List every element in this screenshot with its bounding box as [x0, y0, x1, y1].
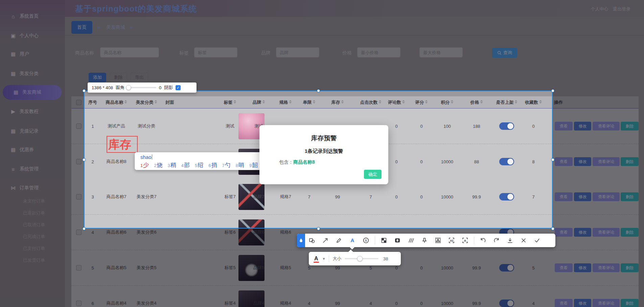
text-style-toolbar: A ▼ 大小 38: [309, 252, 401, 265]
dialog-confirm-button[interactable]: 确定: [364, 170, 382, 179]
selection-handle[interactable]: [317, 89, 320, 92]
dim-overlay-left: [0, 91, 84, 229]
ime-candidate-3[interactable]: 3稍: [167, 161, 176, 169]
shape-tool-icon[interactable]: [305, 234, 319, 247]
selection-handle[interactable]: [551, 227, 554, 230]
text-scan-tool-icon[interactable]: A: [445, 234, 458, 247]
ime-candidate-2[interactable]: 2烧: [154, 161, 162, 169]
text-color-picker[interactable]: A: [314, 256, 319, 262]
capture-info-bar: 1386 * 408 圆角 0 阴影 ✓: [88, 82, 197, 93]
shadow-label: 阴影: [164, 85, 173, 91]
ime-candidate-5[interactable]: 5绍: [195, 161, 203, 169]
size-label: 大小: [332, 256, 341, 262]
dialog-title: 库存预警: [259, 134, 388, 143]
confirm-tool-icon[interactable]: [530, 234, 544, 247]
screen: 基于springboot的美发商城系统 个人中心 退出登录 ⌂系统首页▣个人中心…: [0, 0, 644, 307]
stock-warning-dialog: 库存预警 1条记录到达预警 包含：商品名称8 确定: [259, 125, 388, 184]
corner-radius-slider[interactable]: [127, 87, 156, 88]
ime-candidate-6[interactable]: 6捎: [208, 161, 217, 169]
editor-toolbar: A1AA: [297, 234, 555, 247]
svg-text:A: A: [450, 239, 452, 242]
ime-candidate-1[interactable]: 1少: [140, 161, 149, 169]
cutout-tool-icon[interactable]: [431, 234, 445, 247]
corner-label: 圆角: [116, 85, 124, 91]
selection-handle[interactable]: [83, 89, 86, 92]
dialog-message: 1条记录到达预警: [259, 148, 388, 155]
ocr-tool-icon[interactable]: A: [458, 234, 472, 247]
divider: [375, 236, 375, 244]
selection-handle[interactable]: [317, 227, 320, 230]
dim-overlay-top: [0, 0, 644, 91]
slider-handle[interactable]: [357, 256, 363, 261]
ime-candidate-9[interactable]: 9韶: [249, 161, 258, 169]
corner-value: 0: [159, 85, 161, 90]
text-tool-icon[interactable]: A: [346, 234, 359, 247]
svg-text:A: A: [464, 239, 466, 242]
arrow-tool-icon[interactable]: [319, 234, 332, 247]
divider: [474, 236, 474, 244]
size-value: 38: [382, 256, 388, 261]
pen-tool-icon[interactable]: [332, 234, 346, 247]
dialog-contains: 包含：商品名称8: [279, 159, 315, 165]
number-tool-icon[interactable]: 1: [359, 234, 373, 247]
svg-text:1: 1: [365, 238, 367, 242]
redo-tool-icon[interactable]: [490, 234, 503, 247]
pin-tool-icon[interactable]: [418, 234, 431, 247]
tool-logo-tab: [297, 234, 305, 247]
selection-handle[interactable]: [83, 158, 86, 161]
font-size-slider[interactable]: [345, 258, 378, 259]
shadow-checkbox[interactable]: ✓: [176, 85, 181, 90]
divider: [329, 255, 329, 262]
ime-caret: [152, 155, 153, 160]
svg-text:A: A: [351, 237, 354, 243]
drop-icon: [298, 238, 304, 243]
blur-tool-icon[interactable]: [391, 234, 404, 247]
selection-handle[interactable]: [551, 158, 554, 161]
chevron-down-icon[interactable]: ▼: [322, 257, 326, 261]
ime-candidate-4[interactable]: 4邵: [181, 161, 190, 169]
ime-composition: shao: [140, 154, 152, 160]
ime-candidate-8[interactable]: 8哨: [236, 161, 244, 169]
text-annotation[interactable]: 库存: [107, 136, 138, 153]
hatch-tool-icon[interactable]: [404, 234, 418, 247]
capture-size: 1386 * 408: [92, 85, 113, 90]
mosaic-tool-icon[interactable]: [377, 234, 391, 247]
download-tool-icon[interactable]: [503, 234, 517, 247]
ime-candidate-7[interactable]: 7勺: [222, 161, 230, 169]
selection-handle[interactable]: [83, 227, 86, 230]
dim-overlay-right: [553, 91, 644, 229]
undo-tool-icon[interactable]: [476, 234, 490, 247]
selection-handle[interactable]: [551, 89, 554, 92]
slider-handle[interactable]: [126, 85, 131, 90]
dialog-contains-value: 商品名称8: [293, 159, 315, 165]
close-tool-icon[interactable]: [517, 234, 530, 247]
